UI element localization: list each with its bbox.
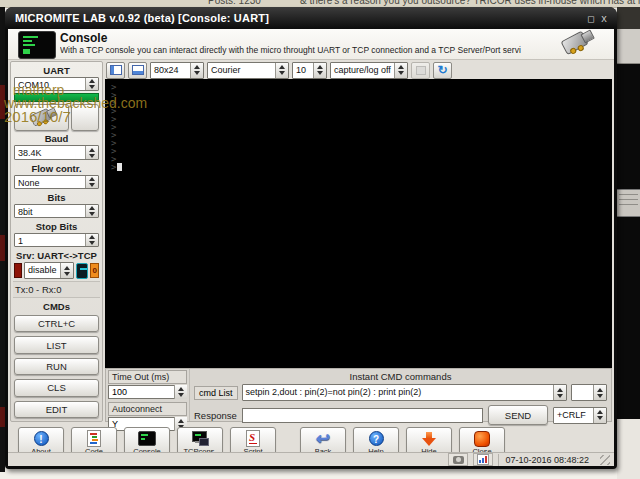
timeout-stepper[interactable]: [174, 385, 187, 399]
console-prompt-line: >: [111, 155, 612, 163]
cmd-slot-stepper[interactable]: [593, 385, 606, 400]
uart-group-label: UART: [13, 63, 100, 77]
screenshot-button[interactable]: [448, 453, 468, 466]
title-bar[interactable]: MICROMITE LAB v.0.92 (beta) [Console: UA…: [5, 7, 617, 29]
toggle-left-panel-button[interactable]: [106, 62, 125, 79]
port-refresh-button[interactable]: [71, 104, 99, 131]
terminal-size-stepper[interactable]: [190, 63, 203, 78]
capture-save-button: [411, 62, 430, 79]
capture-log-select[interactable]: capture/log off: [330, 62, 408, 79]
datetime-display: 07-10-2016 08:48:22: [498, 454, 595, 466]
server-mode-stepper[interactable]: [60, 263, 73, 278]
panel-left-icon: [110, 65, 122, 75]
hide-icon: [422, 432, 436, 446]
cmds-group-label: CMDs: [13, 299, 100, 313]
console-prompt-line: >: [111, 115, 612, 123]
terminal-size-select[interactable]: 80x24: [150, 62, 204, 79]
run-button[interactable]: RUN: [14, 358, 99, 375]
close-icon: [474, 431, 490, 447]
server-row: disable 0: [14, 262, 99, 279]
timeout-column: Time Out (ms) 100 Autoconnect Y: [106, 369, 190, 421]
server-mode-select[interactable]: disable: [24, 262, 74, 279]
cmd-select[interactable]: setpin 2,dout : pin(2)=not pin(2) : prin…: [242, 384, 567, 401]
edit-button[interactable]: EDIT: [14, 401, 99, 418]
stats-button[interactable]: [473, 453, 493, 466]
stop-bits-value: 1: [15, 234, 85, 246]
send-button[interactable]: SEND: [488, 405, 548, 425]
terminal-cursor: [117, 163, 122, 171]
font-size-select[interactable]: 10: [292, 62, 327, 79]
crlf-select[interactable]: +CRLF: [553, 407, 607, 424]
timeout-value: 100: [108, 385, 174, 399]
cmd-slot-select[interactable]: [571, 384, 607, 401]
terminal-console[interactable]: > > > > > > > > > > >: [105, 79, 612, 368]
console-prompt-line: >: [111, 99, 612, 107]
serial-connector-icon: [560, 27, 594, 55]
cmd-slot-value: [572, 385, 593, 400]
data-bits-value: 8bit: [15, 205, 85, 217]
window-title: MICROMITE LAB v.0.92 (beta) [Console: UA…: [15, 12, 581, 24]
capture-log-stepper[interactable]: [394, 63, 407, 78]
background-text-right: & there's a reason you you outsource? TR…: [300, 0, 640, 6]
baud-select[interactable]: 38.4K: [14, 145, 99, 159]
response-input[interactable]: [242, 408, 483, 423]
terminal-font-stepper[interactable]: [275, 63, 288, 78]
timeout-spinner[interactable]: 100: [108, 385, 187, 399]
window-body: Console With a TCP console you can inter…: [8, 29, 614, 466]
instant-cmd-header: Instant CMD commands: [194, 370, 607, 384]
baud-group-label: Baud: [13, 131, 100, 145]
server-group-label: Srv: UART<->TCP: [13, 248, 100, 262]
console-toolbar: 80x24 Courier 10 capture/log off: [105, 61, 612, 79]
cmd-value: setpin 2,dout : pin(2)=not pin(2) : prin…: [243, 385, 553, 400]
toggle-bottom-panel-button[interactable]: [128, 62, 147, 79]
com-port-select[interactable]: COM10: [14, 77, 99, 91]
header-band: Console With a TCP console you can inter…: [8, 29, 614, 60]
cmd-stepper[interactable]: [553, 385, 566, 400]
flow-control-stepper[interactable]: [85, 176, 98, 188]
flow-control-select[interactable]: None: [14, 175, 99, 189]
autoconnect-label: Autoconnect: [108, 402, 187, 416]
com-port-value: COM10: [15, 78, 85, 90]
tcp-console-icon: [191, 431, 209, 446]
info-icon: !: [34, 431, 49, 446]
terminal-font-value: Courier: [208, 63, 275, 78]
com-port-stepper[interactable]: [85, 78, 98, 90]
font-size-stepper[interactable]: [313, 63, 326, 78]
resize-grip[interactable]: [600, 455, 610, 465]
response-label: Response: [194, 410, 237, 421]
stop-bits-stepper[interactable]: [85, 234, 98, 246]
stopbits-group-label: Stop Bits: [13, 219, 100, 233]
flow-control-value: None: [15, 176, 85, 188]
console-prompt-line: >: [111, 83, 612, 91]
code-icon: [87, 430, 101, 447]
cmd-list-row: cmd List setpin 2,dout : pin(2)=not pin(…: [194, 384, 607, 401]
refresh-button[interactable]: ↻: [433, 62, 452, 79]
terminal-font-select[interactable]: Courier: [207, 62, 289, 79]
tcp-monitor-button[interactable]: [76, 263, 89, 279]
data-bits-select[interactable]: 8bit: [14, 204, 99, 218]
maximize-button[interactable]: □: [588, 13, 594, 24]
cls-button[interactable]: CLS: [14, 379, 99, 396]
background-window-fragment: [617, 189, 640, 217]
chart-icon: [477, 454, 489, 465]
refresh-icon: ↻: [437, 64, 447, 76]
crlf-stepper[interactable]: [593, 408, 606, 423]
ctrl-c-button[interactable]: CTRL+C: [14, 315, 99, 332]
page-title: Console: [60, 31, 107, 45]
cmd-list-button[interactable]: cmd List: [194, 386, 238, 400]
console-prompt-line: >: [111, 147, 612, 155]
connection-status-bar: [14, 93, 99, 102]
list-button[interactable]: LIST: [14, 336, 99, 353]
close-button[interactable]: x: [601, 13, 607, 24]
baud-stepper[interactable]: [85, 146, 98, 158]
stop-bits-select[interactable]: 1: [14, 233, 99, 247]
page-subtitle: With a TCP console you can interact dire…: [60, 45, 550, 55]
console-prompt-line: >: [111, 139, 612, 147]
status-bar: 07-10-2016 08:48:22: [8, 452, 614, 466]
instant-cmd-section: Instant CMD commands cmd List setpin 2,d…: [190, 369, 611, 421]
data-bits-stepper[interactable]: [85, 205, 98, 217]
port-button-row: [14, 104, 99, 129]
console-prompt-line: >: [111, 107, 612, 115]
console-prompt-line: >: [111, 91, 612, 99]
help-icon: ?: [369, 431, 384, 446]
